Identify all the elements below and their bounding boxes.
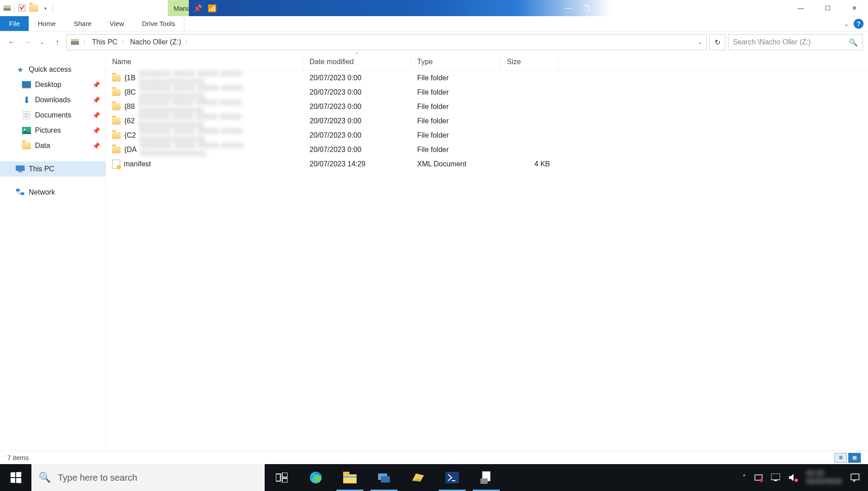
download-icon: ⬇ (22, 95, 31, 105)
qat-dropdown-icon[interactable]: ▾ (41, 4, 50, 13)
navpane-this-pc[interactable]: This PC (0, 161, 105, 177)
column-label: Date modified (310, 58, 354, 66)
chevron-right-icon[interactable]: 〉 (119, 39, 128, 46)
navpane-network[interactable]: Network (0, 185, 105, 200)
breadcrumb[interactable]: 〉 This PC 〉 Nacho Oller (Z:) 〉 ⌄ (66, 34, 707, 50)
item-name-redacted: XXXXXX-XXXX-XXXX-XXXX-XXXXXXXXXXXX} (140, 84, 303, 100)
pin-icon: 📌 (92, 96, 100, 104)
navpane-documents[interactable]: Documents 📌 (0, 108, 105, 123)
tray-security-icon[interactable] (754, 473, 763, 482)
close-button[interactable]: ✕ (841, 0, 868, 16)
start-button[interactable] (0, 464, 31, 491)
item-type: File folder (411, 103, 501, 111)
remote-pin-icon[interactable]: 📌 (193, 4, 202, 13)
maximize-button[interactable]: ☐ (814, 0, 841, 16)
item-date: 20/07/2023 0:00 (303, 103, 411, 111)
view-switcher: ≣ ▦ (834, 453, 861, 463)
item-type: File folder (411, 117, 501, 125)
list-item[interactable]: {62XXXXXX-XXXX-XXXX-XXXX-XXXXXXXXXXXX}20… (106, 114, 868, 128)
remote-close-button[interactable]: ✕ (598, 2, 611, 14)
navpane-quick-access[interactable]: ★ Quick access (0, 62, 105, 77)
tab-drive-tools[interactable]: Drive Tools (133, 16, 184, 31)
nav-forward-button[interactable]: → (21, 36, 33, 48)
column-date-modified[interactable]: ˄ Date modified (303, 53, 411, 70)
view-large-icons-button[interactable]: ▦ (848, 453, 861, 463)
svg-rect-23 (343, 474, 357, 483)
svg-point-22 (315, 476, 321, 482)
navpane-label: Network (29, 188, 55, 196)
svg-rect-0 (4, 8, 11, 11)
task-view-button[interactable] (265, 464, 299, 491)
breadcrumb-dropdown-icon[interactable]: ⌄ (698, 39, 702, 45)
file-rows: {1BXXXXXX-XXXX-XXXX-XXXX-XXXXXXXXXXXX}20… (106, 71, 868, 171)
svg-rect-27 (381, 476, 390, 482)
tray-display-icon[interactable] (771, 474, 780, 482)
windows-logo-icon (11, 472, 22, 483)
network-icon (15, 187, 25, 197)
navpane-label: This PC (29, 165, 54, 173)
list-item[interactable]: {1BXXXXXX-XXXX-XXXX-XXXX-XXXXXXXXXXXX}20… (106, 71, 868, 85)
documents-icon (22, 110, 31, 120)
taskbar-file-explorer[interactable] (333, 464, 367, 491)
remote-minimize-button[interactable]: — (562, 2, 575, 14)
column-type[interactable]: Type (411, 53, 501, 70)
navpane-label: Downloads (35, 96, 70, 104)
tab-file[interactable]: File (0, 16, 29, 31)
taskbar-app-3[interactable] (469, 464, 503, 491)
tray-overflow-icon[interactable]: ˄ (742, 474, 746, 482)
remote-session-bar: 📌 📶 — ❐ ✕ (189, 0, 611, 16)
item-date: 20/07/2023 0:00 (303, 146, 411, 154)
chevron-right-icon[interactable]: 〉 (183, 39, 192, 46)
crumb-drive[interactable]: Nacho Oller (Z:) (130, 38, 181, 46)
tab-share[interactable]: Share (65, 16, 100, 31)
search-icon: 🔍 (39, 472, 51, 483)
folder-icon (112, 146, 121, 153)
status-bar: 7 items ≣ ▦ (0, 451, 868, 464)
remote-restore-button[interactable]: ❐ (580, 2, 593, 14)
tab-view[interactable]: View (100, 16, 133, 31)
svg-rect-5 (22, 81, 31, 87)
list-item[interactable]: manifest20/07/2023 14:29XML Document4 KB (106, 157, 868, 171)
column-name[interactable]: Name (106, 53, 303, 70)
search-icon[interactable]: 🔍 (849, 38, 858, 47)
status-item-count: 7 items (7, 454, 29, 461)
refresh-button[interactable]: ↻ (709, 34, 725, 50)
navpane-pictures[interactable]: Pictures 📌 (0, 123, 105, 138)
tray-notifications-icon[interactable] (850, 473, 860, 482)
ribbon-expand-icon[interactable]: ⌄ (844, 20, 849, 27)
help-button[interactable]: ? (854, 19, 864, 29)
taskbar-app-2[interactable] (401, 464, 435, 491)
list-item[interactable]: {C2XXXXXX-XXXX-XXXX-XXXX-XXXXXXXXXXXX}20… (106, 128, 868, 143)
pin-icon: 📌 (92, 112, 100, 119)
desktop-icon (22, 80, 31, 90)
folder-icon (112, 89, 121, 96)
nav-recent-dropdown[interactable]: ⌄ (36, 36, 48, 48)
nav-back-button[interactable]: ← (5, 36, 18, 48)
minimize-button[interactable]: — (787, 0, 814, 16)
list-item[interactable]: {88XXXXXX-XXXX-XXXX-XXXX-XXXXXXXXXXXX}20… (106, 100, 868, 114)
search-input[interactable]: Search \Nacho Oller (Z:) 🔍 (728, 34, 863, 50)
column-size[interactable]: Size (501, 53, 559, 70)
taskbar-edge[interactable] (299, 464, 333, 491)
item-type: XML Document (411, 160, 501, 168)
taskbar-app-1[interactable] (367, 464, 401, 491)
system-tray: ˄ 00:0000/00/0000 (734, 469, 868, 486)
navpane-data[interactable]: Data 📌 (0, 138, 105, 153)
tray-volume-muted-icon[interactable] (788, 473, 798, 482)
new-folder-icon[interactable] (29, 4, 38, 13)
navpane-downloads[interactable]: ⬇ Downloads 📌 (0, 92, 105, 108)
view-details-button[interactable]: ≣ (834, 453, 847, 463)
list-item[interactable]: {DAXXXXXX-XXXX-XXXX-XXXX-XXXXXXXXXXXX}20… (106, 143, 868, 157)
crumb-this-pc[interactable]: This PC (92, 38, 118, 46)
taskbar-powershell[interactable] (435, 464, 469, 491)
sort-ascending-icon: ˄ (356, 52, 358, 57)
navpane-desktop[interactable]: Desktop 📌 (0, 77, 105, 92)
taskbar-search[interactable]: 🔍 Type here to search (31, 464, 265, 491)
nav-up-button[interactable]: ↑ (51, 36, 64, 48)
list-item[interactable]: {8CXXXXXX-XXXX-XXXX-XXXX-XXXXXXXXXXXX}20… (106, 85, 868, 100)
properties-icon[interactable] (17, 4, 26, 13)
tray-clock[interactable]: 00:0000/00/0000 (806, 469, 842, 486)
navpane-label: Documents (35, 111, 71, 119)
tab-home[interactable]: Home (29, 16, 65, 31)
chevron-right-icon[interactable]: 〉 (81, 39, 90, 46)
